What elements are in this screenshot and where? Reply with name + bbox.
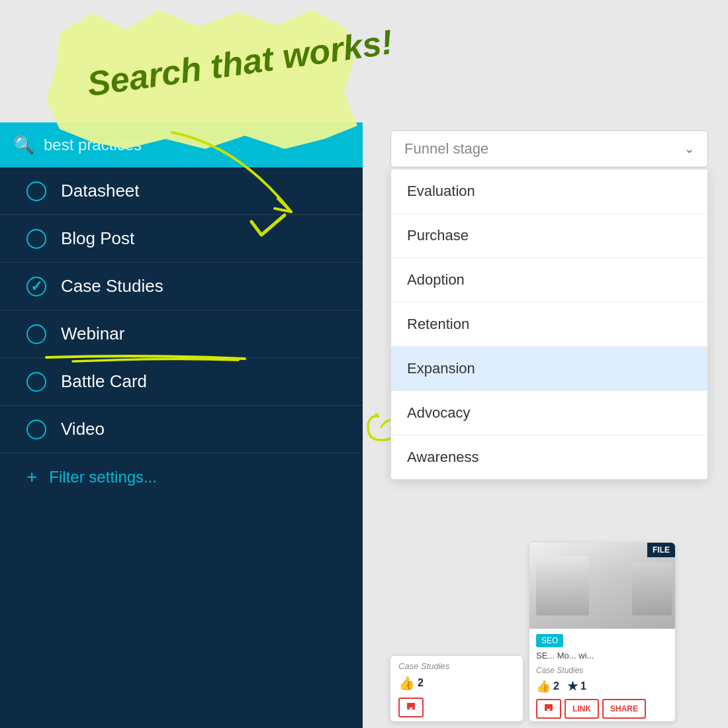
chevron-down-icon: ⌄ (684, 142, 694, 156)
funnel-option-retention[interactable]: Retention (391, 302, 707, 347)
filter-label-case-studies: Case Studies (61, 276, 163, 296)
funnel-placeholder: Funnel stage (404, 140, 488, 158)
filter-radio-blog-post (26, 229, 46, 249)
filter-label-battle-card: Battle Card (61, 371, 147, 392)
card-left: Case Studies 👍 2 (390, 656, 523, 721)
plus-icon: + (26, 467, 37, 488)
filter-list: Datasheet Blog Post ✓ Case Studies Webin… (0, 167, 363, 453)
card-left-actions (398, 698, 515, 717)
filter-radio-webinar (26, 324, 46, 344)
funnel-dropdown-trigger[interactable]: Funnel stage ⌄ (390, 130, 708, 167)
card-download-button[interactable] (536, 699, 561, 719)
filter-radio-datasheet (26, 181, 46, 201)
card-left-likes: 👍 2 (398, 675, 424, 691)
card-actions: LINK SHARE (536, 699, 668, 719)
filter-label-datasheet: Datasheet (61, 181, 140, 201)
left-panel: 🔍 best practices Datasheet Blog Post ✓ C… (0, 122, 363, 728)
card-likes-count: 2 (553, 680, 559, 692)
funnel-option-adoption[interactable]: Adoption (391, 258, 707, 302)
filter-label-video: Video (61, 419, 105, 439)
thumbs-up-icon: 👍 (536, 679, 551, 694)
funnel-option-awareness[interactable]: Awareness (391, 435, 707, 479)
thumbs-up-icon: 👍 (398, 675, 415, 691)
filter-radio-battle-card (26, 372, 46, 392)
filter-label-blog-post: Blog Post (61, 228, 134, 249)
card-right: FILE SEO SE... Mo... wi... Case Studies … (529, 543, 675, 721)
card-left-likes-count: 2 (418, 677, 424, 689)
splash-badge: Search that works! (40, 7, 357, 152)
filter-settings-label: Filter settings... (49, 468, 157, 486)
card-stars-count: 1 (580, 680, 586, 692)
card-stars: ★ 1 (567, 679, 586, 694)
filter-check-case-studies: ✓ (26, 277, 46, 296)
filter-label-webinar: Webinar (61, 324, 124, 344)
funnel-option-advocacy[interactable]: Advocacy (391, 391, 707, 435)
funnel-option-purchase[interactable]: Purchase (391, 214, 707, 258)
card-tag: SEO (536, 634, 563, 647)
filter-item-battle-card[interactable]: Battle Card (0, 358, 363, 406)
funnel-dropdown-wrap: Funnel stage ⌄ Evaluation Purchase Adopt… (390, 122, 708, 480)
funnel-dropdown-menu: Evaluation Purchase Adoption Retention E… (390, 169, 708, 480)
search-icon: 🔍 (13, 135, 34, 156)
filter-settings[interactable]: + Filter settings... (0, 453, 363, 501)
card-right-body: SEO SE... Mo... wi... Case Studies 👍 2 ★… (529, 629, 675, 721)
funnel-option-expansion[interactable]: Expansion (391, 347, 707, 391)
card-title: SE... Mo... wi... (536, 651, 668, 662)
card-left-meta: Case Studies (398, 661, 515, 671)
filter-item-blog-post[interactable]: Blog Post (0, 215, 363, 263)
file-badge: FILE (647, 543, 675, 557)
card-left-stats: 👍 2 (398, 675, 515, 691)
filter-item-datasheet[interactable]: Datasheet (0, 167, 363, 215)
card-left-download-button[interactable] (398, 698, 424, 717)
filter-item-video[interactable]: Video (0, 406, 363, 453)
filter-item-webinar[interactable]: Webinar (0, 310, 363, 358)
card-meta: Case Studies (536, 666, 668, 675)
filter-item-case-studies[interactable]: ✓ Case Studies (0, 263, 363, 310)
funnel-option-evaluation[interactable]: Evaluation (391, 169, 707, 214)
card-likes: 👍 2 (536, 679, 559, 694)
star-icon: ★ (567, 679, 578, 694)
card-stats: 👍 2 ★ 1 (536, 679, 668, 694)
filter-radio-video (26, 420, 46, 439)
card-left-body: Case Studies 👍 2 (390, 656, 523, 721)
card-share-button[interactable]: SHARE (602, 699, 646, 719)
card-link-button[interactable]: LINK (565, 699, 599, 719)
right-panel: Funnel stage ⌄ Evaluation Purchase Adopt… (371, 122, 728, 728)
